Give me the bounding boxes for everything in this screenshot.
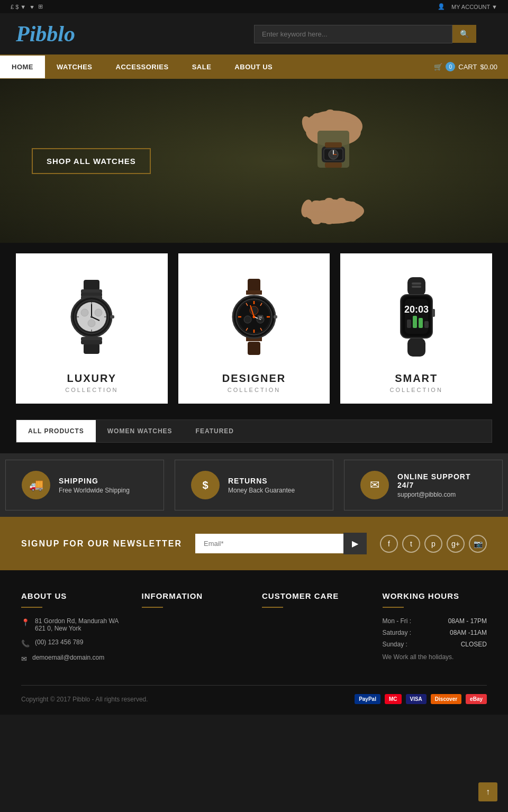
- svg-text:20:03: 20:03: [404, 304, 429, 315]
- features-grid: 🚚 SHIPPING Free Worldwide Shipping $ RET…: [0, 453, 508, 517]
- hero-content: SHOP ALL WATCHES: [0, 148, 508, 174]
- instagram-icon[interactable]: 📷: [469, 535, 487, 553]
- header: Pibblo 🔍: [0, 13, 508, 54]
- svg-rect-28: [81, 340, 102, 344]
- smart-subtitle: COLLECTION: [351, 387, 482, 393]
- cart-label: CART: [458, 63, 477, 71]
- footer-information-title: INFORMATION: [142, 591, 247, 600]
- copyright-text: Copyright © 2017 Pibblo - All rights res…: [21, 696, 148, 703]
- svg-text:24: 24: [259, 316, 262, 319]
- support-feature: ✉ ONLINE SUPPORT 24/7 support@pibblo.com: [344, 460, 503, 510]
- footer-bottom: Copyright © 2017 Pibblo - All rights res…: [21, 685, 487, 704]
- email-icon: ✉: [370, 478, 379, 492]
- newsletter-submit-button[interactable]: ▶: [343, 533, 367, 554]
- tabs-bar: ALL PRODUCTS WOMEN WATCHES FEATURED: [16, 419, 492, 443]
- wishlist-icon[interactable]: ♥: [30, 4, 34, 10]
- footer-phone-text: (00) 123 456 789: [35, 638, 83, 646]
- mastercard-badge: MC: [385, 694, 402, 704]
- svg-rect-79: [432, 309, 435, 317]
- support-icon-circle: ✉: [360, 471, 389, 499]
- shop-all-watches-button[interactable]: SHOP ALL WATCHES: [32, 148, 151, 174]
- designer-subtitle: COLLECTION: [189, 387, 320, 393]
- shipping-text: SHIPPING Free Worldwide Shipping: [59, 477, 130, 494]
- saturday-label: Saturday :: [383, 629, 412, 636]
- sunday-hours: CLOSED: [461, 641, 487, 648]
- hours-row-sunday: Sunday : CLOSED: [383, 641, 487, 648]
- tab-all-products[interactable]: ALL PRODUCTS: [16, 420, 96, 442]
- search-button[interactable]: 🔍: [452, 25, 476, 43]
- nav-accessories[interactable]: ACCESSORIES: [104, 56, 180, 78]
- designer-title: DESIGNER: [189, 372, 320, 385]
- dollar-icon: $: [202, 479, 208, 491]
- support-desc: support@pibblo.com: [397, 491, 486, 498]
- shipping-desc: Free Worldwide Shipping: [59, 487, 130, 494]
- hero-section: SHOP ALL WATCHES: [0, 79, 508, 243]
- tab-featured[interactable]: FEATURED: [184, 420, 246, 442]
- nav-sale[interactable]: SALE: [180, 56, 223, 78]
- account-menu[interactable]: MY ACCOUNT ▼: [451, 4, 497, 10]
- svg-rect-14: [325, 142, 342, 148]
- grid-icon[interactable]: ⊞: [38, 3, 43, 10]
- footer-information: INFORMATION: [142, 591, 247, 669]
- footer-customer-care-title: CUSTOMER CARE: [262, 591, 367, 600]
- nav-watches[interactable]: WATCHES: [45, 56, 104, 78]
- facebook-icon[interactable]: f: [380, 535, 398, 553]
- footer-working-hours-divider: [383, 607, 404, 608]
- weekday-hours: 08AM - 17PM: [448, 617, 487, 625]
- paypal-badge: PayPal: [355, 694, 380, 704]
- shipping-icon-circle: 🚚: [22, 471, 50, 499]
- footer-about-us: ABOUT US 📍 81 Gordon Rd, Mandurah WA 621…: [21, 591, 126, 669]
- footer-about-title: ABOUT US: [21, 591, 126, 600]
- shipping-title: SHIPPING: [59, 477, 130, 485]
- footer-address: 📍 81 Gordon Rd, Mandurah WA 621 0, New Y…: [21, 617, 126, 632]
- svg-rect-38: [110, 315, 114, 318]
- search-input[interactable]: [254, 25, 452, 43]
- logo[interactable]: Pibblo: [16, 21, 75, 47]
- svg-point-33: [95, 309, 102, 316]
- footer-information-divider: [142, 607, 163, 608]
- shipping-feature: 🚚 SHIPPING Free Worldwide Shipping: [5, 460, 164, 510]
- svg-point-34: [88, 320, 95, 327]
- svg-rect-22: [84, 280, 99, 290]
- svg-point-63: [253, 316, 256, 318]
- svg-rect-75: [407, 320, 411, 328]
- payment-icons: PayPal MC VISA Discover eBay: [355, 694, 487, 704]
- nav-home[interactable]: HOME: [0, 56, 45, 78]
- nav-about[interactable]: ABOUT US: [223, 56, 284, 78]
- weekday-label: Mon - Fri :: [383, 617, 412, 625]
- collections-section: LUXURY COLLECTION: [0, 243, 508, 414]
- mail-icon: ✉: [21, 655, 27, 663]
- ebay-badge: eBay: [466, 694, 487, 704]
- svg-point-59: [244, 316, 251, 323]
- svg-point-37: [90, 316, 93, 318]
- tab-women-watches[interactable]: WOMEN WATCHES: [96, 420, 184, 442]
- returns-title: RETURNS: [228, 477, 295, 485]
- footer-working-hours: WORKING HOURS Mon - Fri : 08AM - 17PM Sa…: [383, 591, 487, 669]
- currency-selector[interactable]: £ $ ▼: [11, 4, 26, 10]
- footer-email-text: demoemail@domain.com: [32, 654, 104, 661]
- googleplus-icon[interactable]: g+: [447, 535, 465, 553]
- footer-working-hours-title: WORKING HOURS: [383, 591, 487, 600]
- luxury-collection-card[interactable]: LUXURY COLLECTION: [16, 253, 168, 404]
- svg-rect-44: [248, 342, 260, 355]
- social-icons: f t p g+ 📷: [380, 535, 487, 553]
- twitter-icon[interactable]: t: [402, 535, 420, 553]
- location-icon: 📍: [21, 618, 30, 626]
- pinterest-icon[interactable]: p: [424, 535, 442, 553]
- smart-collection-card[interactable]: 20:03 SMART COLLECTION: [340, 253, 492, 404]
- svg-rect-77: [419, 318, 423, 328]
- svg-rect-70: [407, 338, 425, 357]
- truck-icon: 🚚: [29, 478, 43, 492]
- cart-button[interactable]: 🛒 0 CART $0.00: [423, 54, 508, 79]
- footer-phone: 📞 (00) 123 456 789: [21, 638, 126, 647]
- svg-point-32: [81, 309, 88, 316]
- footer-customer-care: CUSTOMER CARE: [262, 591, 367, 669]
- newsletter-section: SIGNUP FOR OUR NEWSLETTER ▶ f t p g+ 📷: [0, 517, 508, 570]
- top-bar-left: £ $ ▼ ♥ ⊞: [11, 3, 43, 10]
- svg-rect-43: [248, 279, 260, 292]
- designer-collection-card[interactable]: 24 DESIGNER COLLECTION: [178, 253, 330, 404]
- newsletter-email-input[interactable]: [195, 534, 343, 553]
- smart-watch-image: 20:03: [351, 269, 482, 364]
- luxury-title: LUXURY: [26, 372, 157, 385]
- features-banner: 🚚 SHIPPING Free Worldwide Shipping $ RET…: [0, 453, 508, 517]
